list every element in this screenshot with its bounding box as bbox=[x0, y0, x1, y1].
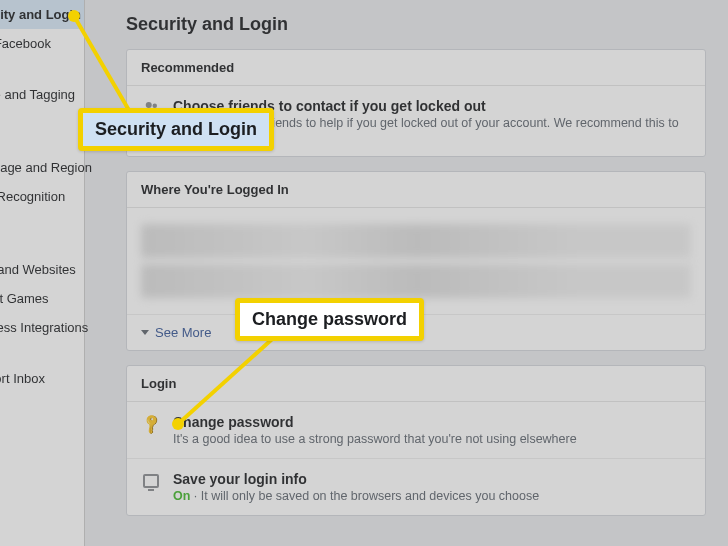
row-subtitle: It's a good idea to use a strong passwor… bbox=[173, 432, 691, 446]
annotation-callout-security-login: Security and Login bbox=[78, 108, 274, 151]
panel-login: Login 🔑 Change password It's a good idea… bbox=[126, 365, 706, 516]
panel-header-logged-in: Where You're Logged In bbox=[127, 172, 705, 208]
session-entry-blurred bbox=[141, 224, 691, 258]
sidebar-item-language-region[interactable]: Language and Region bbox=[0, 153, 84, 182]
panel-header-recommended: Recommended bbox=[127, 50, 705, 86]
main-content: Security and Login Recommended Choose fr… bbox=[96, 0, 728, 546]
sidebar-item-business-integrations[interactable]: Business Integrations bbox=[0, 313, 84, 342]
settings-sidebar: Security and Login Your Facebook Profile… bbox=[0, 0, 85, 546]
sidebar-item-your-facebook[interactable]: Your Facebook bbox=[0, 29, 84, 58]
page-title: Security and Login bbox=[126, 14, 706, 35]
row-title: Save your login info bbox=[173, 471, 691, 487]
see-more-label: See More bbox=[155, 325, 211, 340]
sidebar-item-face-recognition[interactable]: Face Recognition bbox=[0, 182, 84, 211]
sidebar-item-support-inbox[interactable]: Support Inbox bbox=[0, 364, 84, 393]
row-save-login-info[interactable]: Save your login info On · It will only b… bbox=[127, 459, 705, 515]
key-icon: 🔑 bbox=[141, 414, 161, 434]
session-entry-blurred bbox=[141, 264, 691, 298]
row-subtitle: On · It will only be saved on the browse… bbox=[173, 489, 691, 503]
annotation-callout-change-password: Change password bbox=[235, 298, 424, 341]
row-change-password[interactable]: 🔑 Change password It's a good idea to us… bbox=[127, 402, 705, 459]
sidebar-item-instant-games[interactable]: Instant Games bbox=[0, 284, 84, 313]
annotation-dot bbox=[172, 418, 184, 430]
panel-header-login: Login bbox=[127, 366, 705, 402]
row-title: Change password bbox=[173, 414, 691, 430]
annotation-dot bbox=[68, 10, 80, 22]
sidebar-item-profile-tagging[interactable]: Profile and Tagging bbox=[0, 80, 84, 109]
sidebar-item-apps-websites[interactable]: Apps and Websites bbox=[0, 255, 84, 284]
chevron-down-icon bbox=[141, 330, 149, 335]
status-on: On bbox=[173, 489, 190, 503]
device-icon bbox=[141, 471, 161, 491]
